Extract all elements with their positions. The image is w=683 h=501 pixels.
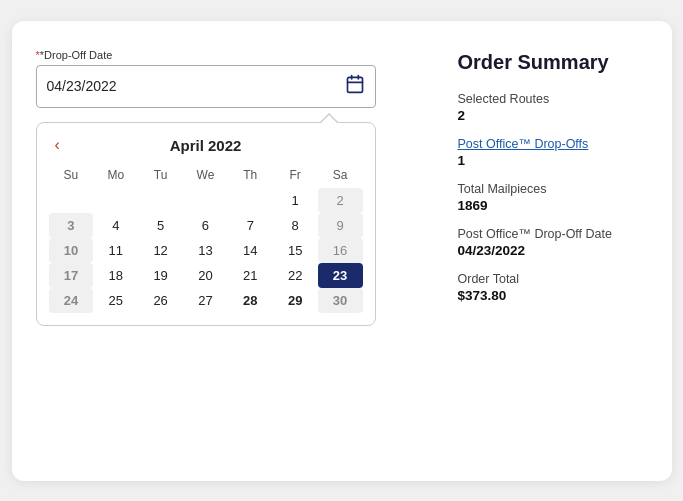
right-panel: Order Summary Selected Routes 2 Post Off…: [458, 49, 648, 453]
post-office-dropoffs-value: 1: [458, 153, 648, 168]
cal-day-22[interactable]: 22: [273, 263, 318, 288]
total-mailpieces-value: 1869: [458, 198, 648, 213]
cal-day-2[interactable]: 2: [318, 188, 363, 213]
cal-day-24[interactable]: 24: [49, 288, 94, 313]
cal-day-4[interactable]: 4: [93, 213, 138, 238]
cal-day-28[interactable]: 28: [228, 288, 273, 313]
weekday-th: Th: [228, 164, 273, 188]
cal-day-16[interactable]: 16: [318, 238, 363, 263]
summary-dropoff-date: Post Office™ Drop-Off Date 04/23/2022: [458, 227, 648, 258]
summary-selected-routes: Selected Routes 2: [458, 92, 648, 123]
cal-day-9[interactable]: 9: [318, 213, 363, 238]
cal-day-6[interactable]: 6: [183, 213, 228, 238]
svg-rect-0: [347, 77, 362, 92]
summary-order-total: Order Total $373.80: [458, 272, 648, 303]
cal-day-8[interactable]: 8: [273, 213, 318, 238]
cal-day-14[interactable]: 14: [228, 238, 273, 263]
prev-month-button[interactable]: ‹: [49, 134, 66, 156]
dropoff-date-value: 04/23/2022: [458, 243, 648, 258]
cal-week-4: 17 18 19 20 21 22 23: [49, 263, 363, 288]
drop-off-label: **Drop-Off Date: [36, 49, 426, 61]
cal-day-10[interactable]: 10: [49, 238, 94, 263]
order-summary-title: Order Summary: [458, 51, 648, 74]
weekday-header-row: Su Mo Tu We Th Fr Sa: [49, 164, 363, 188]
total-mailpieces-label: Total Mailpieces: [458, 182, 648, 196]
cal-day[interactable]: [93, 188, 138, 213]
post-office-dropoffs-link[interactable]: Post Office™ Drop-Offs: [458, 137, 648, 151]
weekday-su: Su: [49, 164, 94, 188]
cal-day-27[interactable]: 27: [183, 288, 228, 313]
calendar: ‹ April 2022 Su Mo Tu We Th Fr Sa: [36, 122, 376, 326]
cal-day-13[interactable]: 13: [183, 238, 228, 263]
cal-day-20[interactable]: 20: [183, 263, 228, 288]
main-card: **Drop-Off Date 04/23/2022 ‹ April 2022: [12, 21, 672, 481]
cal-day-23-selected[interactable]: 23: [318, 263, 363, 288]
calendar-month-year: April 2022: [170, 137, 242, 154]
cal-day-5[interactable]: 5: [138, 213, 183, 238]
cal-day-empty: [49, 188, 94, 213]
cal-day[interactable]: [183, 188, 228, 213]
cal-day-21[interactable]: 21: [228, 263, 273, 288]
cal-week-3: 10 11 12 13 14 15 16: [49, 238, 363, 263]
date-value: 04/23/2022: [47, 78, 345, 94]
date-input-wrapper[interactable]: 04/23/2022: [36, 65, 376, 108]
selected-routes-label: Selected Routes: [458, 92, 648, 106]
weekday-we: We: [183, 164, 228, 188]
weekday-mo: Mo: [93, 164, 138, 188]
cal-day-19[interactable]: 19: [138, 263, 183, 288]
cal-day-11[interactable]: 11: [93, 238, 138, 263]
cal-day-3[interactable]: 3: [49, 213, 94, 238]
summary-total-mailpieces: Total Mailpieces 1869: [458, 182, 648, 213]
selected-routes-value: 2: [458, 108, 648, 123]
calendar-header: ‹ April 2022: [49, 137, 363, 154]
cal-day-30[interactable]: 30: [318, 288, 363, 313]
cal-day-15[interactable]: 15: [273, 238, 318, 263]
cal-day-1[interactable]: 1: [273, 188, 318, 213]
cal-day-7[interactable]: 7: [228, 213, 273, 238]
dropoff-date-label: Post Office™ Drop-Off Date: [458, 227, 648, 241]
weekday-sa: Sa: [318, 164, 363, 188]
summary-post-office-dropoffs: Post Office™ Drop-Offs 1: [458, 137, 648, 168]
calendar-grid: Su Mo Tu We Th Fr Sa: [49, 164, 363, 313]
date-field-section: **Drop-Off Date 04/23/2022: [36, 49, 426, 108]
cal-week-2: 3 4 5 6 7 8 9: [49, 213, 363, 238]
cal-day-25[interactable]: 25: [93, 288, 138, 313]
order-total-value: $373.80: [458, 288, 648, 303]
weekday-tu: Tu: [138, 164, 183, 188]
left-panel: **Drop-Off Date 04/23/2022 ‹ April 2022: [36, 49, 426, 453]
cal-day[interactable]: [228, 188, 273, 213]
cal-day[interactable]: [138, 188, 183, 213]
cal-day-26[interactable]: 26: [138, 288, 183, 313]
order-total-label: Order Total: [458, 272, 648, 286]
weekday-fr: Fr: [273, 164, 318, 188]
cal-day-17[interactable]: 17: [49, 263, 94, 288]
cal-day-29[interactable]: 29: [273, 288, 318, 313]
cal-week-5: 24 25 26 27 28 29 30: [49, 288, 363, 313]
cal-day-18[interactable]: 18: [93, 263, 138, 288]
cal-week-1: 1 2: [49, 188, 363, 213]
cal-day-12[interactable]: 12: [138, 238, 183, 263]
calendar-icon[interactable]: [345, 74, 365, 99]
